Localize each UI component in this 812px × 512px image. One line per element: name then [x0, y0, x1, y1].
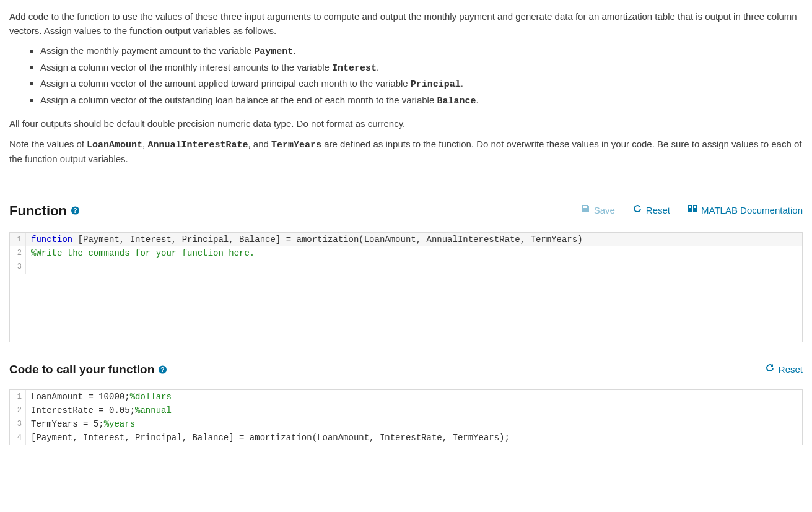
var-principal: Principal: [411, 79, 461, 90]
var-balance: Balance: [437, 96, 476, 106]
var-interest: Interest: [332, 63, 377, 74]
function-title: Function: [9, 201, 67, 221]
call-toolbar: Reset: [765, 363, 803, 377]
code-line[interactable]: [Payment, Interest, Principal, Balance] …: [26, 431, 802, 445]
bullet-principal: Assign a column vector of the amount app…: [40, 77, 803, 92]
instructions-note: Note the values of LoanAmount, AnnualInt…: [9, 137, 803, 167]
save-button[interactable]: Save: [580, 204, 615, 218]
line-number: 4: [10, 431, 26, 445]
var-loanamount: LoanAmount: [87, 140, 142, 150]
save-icon: [580, 204, 590, 218]
line-number: 1: [10, 390, 26, 404]
function-toolbar: Save Reset MATLAB Documentation: [580, 204, 803, 218]
line-number: 1: [10, 233, 26, 246]
instructions-intro: Add code to the function to use the valu…: [9, 10, 803, 38]
instructions-bullets: Assign the monthly payment amount to the…: [9, 44, 803, 108]
line-number: 3: [10, 417, 26, 431]
save-label: Save: [594, 204, 615, 218]
reset-button[interactable]: Reset: [632, 204, 670, 218]
var-termyears: TermYears: [271, 140, 321, 150]
book-icon: [688, 204, 697, 218]
instructions-precision: All four outputs should be default doubl…: [9, 117, 803, 131]
function-editor[interactable]: 1 function [Payment, Interest, Principal…: [9, 232, 803, 342]
reset-button[interactable]: Reset: [765, 363, 803, 377]
instructions-block: Add code to the function to use the valu…: [9, 10, 803, 167]
code-line[interactable]: InterestRate = 0.05;%annual: [26, 404, 802, 417]
call-section-header: Code to call your function ? Reset: [9, 361, 803, 379]
bullet-payment: Assign the monthly payment amount to the…: [40, 44, 803, 59]
code-line[interactable]: LoanAmount = 10000;%dollars: [26, 390, 802, 404]
reset-icon: [765, 363, 775, 377]
line-number: 2: [10, 404, 26, 417]
var-annualinterestrate: AnnualInterestRate: [147, 140, 248, 150]
help-icon[interactable]: ?: [71, 206, 80, 215]
help-icon[interactable]: ?: [158, 365, 167, 374]
var-payment: Payment: [254, 46, 293, 57]
line-number: 2: [10, 246, 26, 260]
line-number: 3: [10, 260, 26, 274]
bullet-balance: Assign a column vector of the outstandin…: [40, 93, 803, 109]
call-editor[interactable]: 1 LoanAmount = 10000;%dollars 2 Interest…: [9, 389, 803, 445]
doc-label: MATLAB Documentation: [701, 204, 803, 218]
code-line[interactable]: [26, 260, 802, 274]
reset-icon: [632, 204, 642, 218]
svg-text:?: ?: [161, 367, 165, 373]
code-line[interactable]: TermYears = 5;%years: [26, 417, 802, 431]
reset-label: Reset: [779, 363, 803, 377]
bullet-interest: Assign a column vector of the monthly in…: [40, 61, 803, 76]
code-line[interactable]: function [Payment, Interest, Principal, …: [26, 233, 802, 246]
function-section-header: Function ? Save Reset MATLAB Documentati…: [9, 201, 803, 221]
reset-label: Reset: [646, 204, 670, 218]
svg-text:?: ?: [73, 207, 77, 214]
call-title: Code to call your function: [9, 361, 154, 379]
matlab-doc-link[interactable]: MATLAB Documentation: [688, 204, 803, 218]
code-line[interactable]: %Write the commands for your function he…: [26, 246, 802, 260]
